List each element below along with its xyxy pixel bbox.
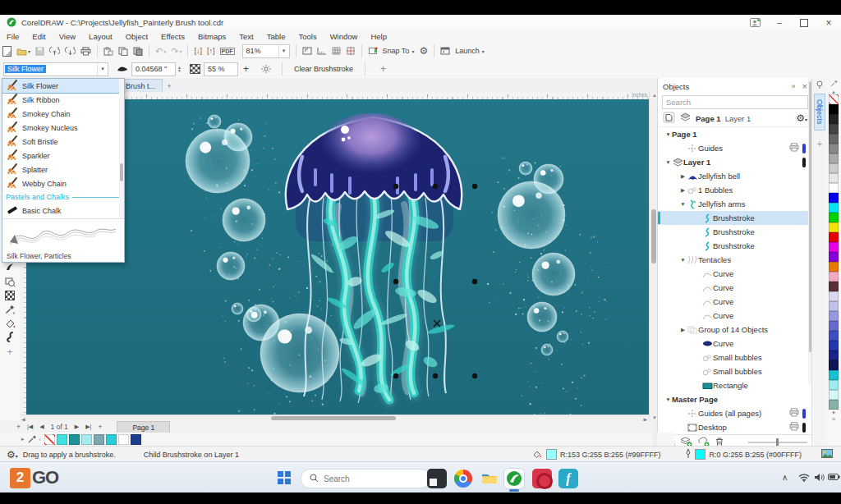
redo-icon[interactable]: ↷▾ <box>171 46 182 57</box>
layers-view-icon[interactable] <box>679 112 692 124</box>
export-icon[interactable]: [↑] <box>207 47 215 55</box>
printable-icon[interactable] <box>789 422 799 433</box>
minimize-button[interactable]: – <box>767 15 792 30</box>
docpal-swatch-ffffff[interactable] <box>118 434 129 445</box>
next-page-icon[interactable]: ▶ <box>71 424 82 430</box>
battery-icon[interactable] <box>828 473 840 483</box>
layer-color-bar[interactable] <box>802 423 806 433</box>
close-button[interactable]: × <box>816 15 841 30</box>
current-page-label[interactable]: Page 1 <box>696 114 721 123</box>
palette-swatch-0e1658[interactable] <box>829 360 839 370</box>
brushstroke-selector[interactable]: Silk Flower ▾ <box>3 62 108 76</box>
taskbar-app-dark-icon[interactable] <box>427 469 447 488</box>
wifi-icon[interactable] <box>798 473 810 483</box>
page-view-icon[interactable] <box>663 112 675 125</box>
docpal-scroll-left-icon[interactable]: ‹ <box>39 437 41 442</box>
taskbar-photopaint-icon[interactable] <box>532 469 552 488</box>
palette-swatch-c0c0ec[interactable] <box>829 301 839 311</box>
add-tool-icon[interactable]: + <box>2 346 17 359</box>
download-icon[interactable] <box>65 47 76 56</box>
transparency-plus-icon[interactable]: + <box>243 63 249 75</box>
docpal-swatch-7da7ae[interactable] <box>94 434 104 445</box>
fullscreen-icon[interactable] <box>302 47 312 55</box>
tree-item-curve[interactable]: Curve <box>658 309 812 323</box>
add-docker-icon[interactable]: + <box>817 139 822 149</box>
palette-swatch-e60000[interactable] <box>829 232 839 242</box>
expand-arrow-icon[interactable]: ▶ <box>679 327 687 333</box>
dropdown-item-sparkler[interactable]: Sparkler <box>2 149 124 163</box>
tray-chevron-icon[interactable]: ∧ <box>782 473 788 482</box>
expand-arrow-icon[interactable]: ▼ <box>679 257 687 263</box>
selection-handle[interactable] <box>393 373 398 378</box>
copy-icon[interactable] <box>118 47 128 56</box>
opacity-slider[interactable] <box>748 442 807 443</box>
menu-effects[interactable]: Effects <box>154 30 191 42</box>
docpal-swatch-1d3e8e[interactable] <box>131 434 141 445</box>
tree-item-curve[interactable]: Curve <box>658 295 812 309</box>
palette-swatch-cccccc[interactable] <box>829 163 839 173</box>
fill-color-swatch[interactable] <box>546 449 557 460</box>
mesh-fill-tool-icon[interactable] <box>2 289 17 302</box>
docker-options-gear-icon[interactable]: ⚙▾ <box>796 112 807 124</box>
dropdown-item-silk-flower[interactable]: Silk Flower <box>2 79 124 93</box>
add-page-left-icon[interactable]: + <box>13 423 24 431</box>
options-gear-icon[interactable]: ⚙ <box>419 45 428 57</box>
palette-swatch-dcd8f2[interactable] <box>829 291 839 301</box>
tree-item-brushstroke[interactable]: Brushstroke <box>658 225 812 239</box>
tree-item-layer-1[interactable]: ▼Layer 1 <box>658 155 812 169</box>
new-document-icon[interactable] <box>2 46 11 57</box>
layer-color-bar[interactable] <box>802 158 806 167</box>
palette-swatch-9898e0[interactable] <box>829 311 839 321</box>
undo-icon[interactable]: ↶▾ <box>155 46 166 57</box>
guidelines-icon[interactable] <box>346 47 356 55</box>
printable-icon[interactable] <box>789 143 799 153</box>
tree-item-rectangle[interactable]: Rectangle <box>658 378 812 392</box>
expand-arrow-icon[interactable]: ▼ <box>664 396 672 402</box>
docker-collapse-icon[interactable]: » <box>792 82 796 90</box>
expand-arrow-icon[interactable]: ▶ <box>679 173 687 180</box>
tree-item-curve[interactable]: Curve <box>658 281 812 295</box>
zoom-tool-icon[interactable] <box>2 275 17 288</box>
dropdown-item-smokey-chain[interactable]: Smokey Chain <box>2 107 124 121</box>
palette-swatch-888888[interactable] <box>829 144 839 153</box>
menu-view[interactable]: View <box>53 30 82 42</box>
tree-item-desktop[interactable]: Desktop <box>658 420 812 434</box>
docker-close-icon[interactable]: × <box>802 81 807 91</box>
menu-edit[interactable]: Edit <box>25 30 52 42</box>
first-page-icon[interactable]: |◀ <box>24 424 36 430</box>
tree-item-group-of-14-objects[interactable]: ▶Group of 14 Objects <box>658 323 812 337</box>
tree-item-brushstroke[interactable]: Brushstroke <box>658 211 812 225</box>
dropdown-item-splatter[interactable]: Splatter <box>2 163 124 176</box>
palette-swatch-d4f8f8[interactable] <box>829 390 839 400</box>
add-preset-icon[interactable]: + <box>380 63 386 75</box>
selection-handle[interactable] <box>393 184 398 189</box>
open-icon[interactable]: ▾ <box>16 47 30 56</box>
show-grid-icon[interactable] <box>332 47 341 55</box>
palette-swatch-583038[interactable] <box>829 282 839 291</box>
expand-arrow-icon[interactable]: ▼ <box>679 201 687 207</box>
prev-page-icon[interactable]: ◀ <box>36 424 47 430</box>
palette-swatch-e6e6e6[interactable] <box>829 173 839 183</box>
last-page-icon[interactable]: ▶| <box>82 424 94 430</box>
palette-swatch-182488[interactable] <box>829 351 839 360</box>
palette-swatch-0000f0[interactable] <box>829 193 839 203</box>
layer-color-bar[interactable] <box>802 409 806 419</box>
palette-swatch-a0ecf0[interactable] <box>829 380 839 390</box>
menu-tools[interactable]: Tools <box>292 30 323 42</box>
selection-handle[interactable] <box>472 184 477 189</box>
dropdown-item-basic-chalk[interactable]: Basic Chalk <box>2 204 124 218</box>
menu-layout[interactable]: Layout <box>82 30 119 42</box>
dropdown-item-webby-chain[interactable]: Webby Chain <box>2 176 124 190</box>
selection-handle[interactable] <box>393 279 398 284</box>
tree-item-jellyfish-arms[interactable]: ▼Jellyfish arms <box>658 197 812 211</box>
layer-color-bar[interactable] <box>802 144 806 153</box>
outline-color-swatch[interactable] <box>695 449 705 460</box>
taskbar-explorer-icon[interactable] <box>480 469 499 488</box>
palette-swatch-666666[interactable] <box>829 134 839 144</box>
fill-tool-icon[interactable] <box>2 317 17 330</box>
dropdown-item-silk-ribbon[interactable]: Silk Ribbon <box>2 93 124 107</box>
tree-item-guides-all-pages-[interactable]: Guides (all pages) <box>658 406 812 420</box>
palette-expand-icon[interactable]: » <box>832 415 835 423</box>
docpal-swatch-2bcddb[interactable] <box>106 434 117 445</box>
dropdown-scrollbar[interactable] <box>119 79 124 218</box>
